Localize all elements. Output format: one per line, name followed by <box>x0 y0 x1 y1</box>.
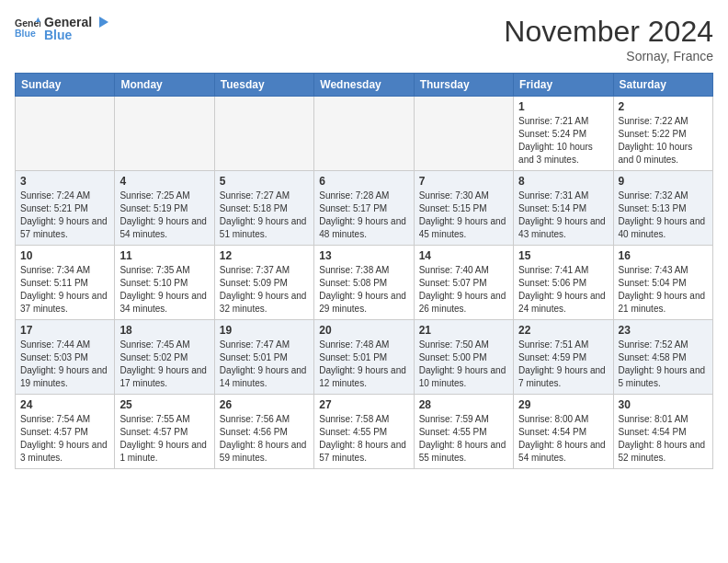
daylight-label: Daylight: 9 hours and 1 minute. <box>119 440 207 463</box>
day-number: 20 <box>319 324 408 337</box>
sunset-label: Sunset: 5:01 PM <box>319 352 387 362</box>
daylight-label: Daylight: 9 hours and 45 minutes. <box>419 216 506 239</box>
day-number: 29 <box>518 398 608 411</box>
day-info: Sunrise: 7:54 AMSunset: 4:57 PMDaylight:… <box>20 413 109 465</box>
calendar-week-row: 24Sunrise: 7:54 AMSunset: 4:57 PMDayligh… <box>16 395 713 469</box>
day-number: 19 <box>220 324 309 337</box>
weekday-header: Wednesday <box>314 74 414 97</box>
day-number: 3 <box>20 175 109 188</box>
day-info: Sunrise: 7:27 AMSunset: 5:18 PMDaylight:… <box>220 190 309 241</box>
daylight-label: Daylight: 9 hours and 24 minutes. <box>518 291 606 314</box>
calendar-table: SundayMondayTuesdayWednesdayThursdayFrid… <box>15 73 713 469</box>
day-info: Sunrise: 7:58 AMSunset: 4:55 PMDaylight:… <box>319 413 408 465</box>
sunset-label: Sunset: 4:57 PM <box>119 427 188 437</box>
page-header: General Blue General Blue November 2024 … <box>15 15 713 63</box>
sunset-label: Sunset: 4:56 PM <box>220 427 288 437</box>
calendar-day-cell: 4Sunrise: 7:25 AMSunset: 5:19 PMDaylight… <box>115 171 214 246</box>
day-info: Sunrise: 7:47 AMSunset: 5:01 PMDaylight:… <box>220 339 309 390</box>
day-info: Sunrise: 7:31 AMSunset: 5:14 PMDaylight:… <box>518 190 608 241</box>
daylight-label: Daylight: 9 hours and 43 minutes. <box>518 216 606 239</box>
daylight-label: Daylight: 8 hours and 54 minutes. <box>518 440 606 463</box>
weekday-header: Monday <box>115 74 214 97</box>
day-info: Sunrise: 7:34 AMSunset: 5:11 PMDaylight:… <box>20 264 109 316</box>
day-number: 7 <box>419 175 508 188</box>
day-info: Sunrise: 8:00 AMSunset: 4:54 PMDaylight:… <box>518 413 608 465</box>
day-info: Sunrise: 7:40 AMSunset: 5:07 PMDaylight:… <box>419 264 508 316</box>
day-info: Sunrise: 7:55 AMSunset: 4:57 PMDaylight:… <box>119 413 209 465</box>
logo: General Blue General Blue <box>15 15 108 42</box>
sunrise-label: Sunrise: 7:59 AM <box>419 414 489 424</box>
sunset-label: Sunset: 5:07 PM <box>419 278 487 288</box>
logo-icon: General Blue <box>15 16 40 41</box>
daylight-label: Daylight: 9 hours and 5 minutes. <box>619 365 706 388</box>
daylight-label: Daylight: 9 hours and 21 minutes. <box>619 291 706 314</box>
day-number: 10 <box>20 249 109 262</box>
sunrise-label: Sunrise: 7:30 AM <box>419 190 489 201</box>
daylight-label: Daylight: 8 hours and 57 minutes. <box>319 440 406 463</box>
day-info: Sunrise: 7:43 AMSunset: 5:04 PMDaylight:… <box>619 264 708 316</box>
calendar-day-cell: 19Sunrise: 7:47 AMSunset: 5:01 PMDayligh… <box>214 320 313 395</box>
daylight-label: Daylight: 9 hours and 29 minutes. <box>319 291 406 314</box>
daylight-label: Daylight: 9 hours and 48 minutes. <box>319 216 406 239</box>
sunset-label: Sunset: 5:14 PM <box>518 203 586 213</box>
day-number: 26 <box>220 398 309 411</box>
day-number: 2 <box>619 100 708 113</box>
calendar-day-cell: 17Sunrise: 7:44 AMSunset: 5:03 PMDayligh… <box>16 320 115 395</box>
sunset-label: Sunset: 4:54 PM <box>619 427 687 437</box>
sunset-label: Sunset: 4:57 PM <box>20 427 88 437</box>
sunrise-label: Sunrise: 7:28 AM <box>319 190 389 201</box>
sunset-label: Sunset: 5:00 PM <box>419 352 487 362</box>
calendar-day-cell: 29Sunrise: 8:00 AMSunset: 4:54 PMDayligh… <box>514 395 613 469</box>
calendar-week-row: 3Sunrise: 7:24 AMSunset: 5:21 PMDaylight… <box>16 171 713 246</box>
daylight-label: Daylight: 8 hours and 59 minutes. <box>220 440 307 463</box>
sunrise-label: Sunrise: 7:43 AM <box>619 265 688 275</box>
daylight-label: Daylight: 9 hours and 32 minutes. <box>220 291 307 314</box>
daylight-label: Daylight: 10 hours and 3 minutes. <box>518 142 593 165</box>
day-info: Sunrise: 7:30 AMSunset: 5:15 PMDaylight:… <box>419 190 508 241</box>
day-info: Sunrise: 7:41 AMSunset: 5:06 PMDaylight:… <box>518 264 608 316</box>
sunrise-label: Sunrise: 7:34 AM <box>20 265 90 275</box>
day-number: 24 <box>20 398 109 411</box>
sunset-label: Sunset: 5:18 PM <box>220 203 288 213</box>
day-info: Sunrise: 7:32 AMSunset: 5:13 PMDaylight:… <box>619 190 708 241</box>
sunset-label: Sunset: 4:55 PM <box>319 427 387 437</box>
weekday-header: Thursday <box>414 74 513 97</box>
calendar-day-cell: 10Sunrise: 7:34 AMSunset: 5:11 PMDayligh… <box>16 246 115 320</box>
daylight-label: Daylight: 10 hours and 0 minutes. <box>619 142 693 165</box>
calendar-day-cell: 26Sunrise: 7:56 AMSunset: 4:56 PMDayligh… <box>214 395 313 469</box>
sunrise-label: Sunrise: 7:58 AM <box>319 414 389 424</box>
day-info: Sunrise: 7:25 AMSunset: 5:19 PMDaylight:… <box>119 190 209 241</box>
title-block: November 2024 Sornay, France <box>504 15 713 63</box>
daylight-label: Daylight: 9 hours and 19 minutes. <box>20 365 108 388</box>
day-number: 12 <box>220 249 309 262</box>
daylight-label: Daylight: 9 hours and 14 minutes. <box>220 365 307 388</box>
sunset-label: Sunset: 5:13 PM <box>619 203 687 213</box>
sunset-label: Sunset: 5:11 PM <box>20 278 88 288</box>
day-number: 23 <box>619 324 708 337</box>
calendar-day-cell: 30Sunrise: 8:01 AMSunset: 4:54 PMDayligh… <box>613 395 712 469</box>
sunrise-label: Sunrise: 7:44 AM <box>20 339 90 350</box>
calendar-day-cell <box>414 97 513 171</box>
day-number: 18 <box>119 324 209 337</box>
calendar-day-cell: 25Sunrise: 7:55 AMSunset: 4:57 PMDayligh… <box>115 395 214 469</box>
sunset-label: Sunset: 5:19 PM <box>119 203 188 213</box>
calendar-day-cell: 3Sunrise: 7:24 AMSunset: 5:21 PMDaylight… <box>16 171 115 246</box>
calendar-day-cell: 6Sunrise: 7:28 AMSunset: 5:17 PMDaylight… <box>314 171 414 246</box>
calendar-day-cell: 8Sunrise: 7:31 AMSunset: 5:14 PMDaylight… <box>514 171 613 246</box>
calendar-day-cell: 20Sunrise: 7:48 AMSunset: 5:01 PMDayligh… <box>314 320 414 395</box>
sunset-label: Sunset: 5:17 PM <box>319 203 387 213</box>
calendar-day-cell: 15Sunrise: 7:41 AMSunset: 5:06 PMDayligh… <box>514 246 613 320</box>
day-info: Sunrise: 7:24 AMSunset: 5:21 PMDaylight:… <box>20 190 109 241</box>
sunrise-label: Sunrise: 7:54 AM <box>20 414 90 424</box>
weekday-header: Saturday <box>613 74 712 97</box>
logo-blue: Blue <box>44 28 108 42</box>
sunrise-label: Sunrise: 7:47 AM <box>220 339 290 350</box>
day-info: Sunrise: 7:59 AMSunset: 4:55 PMDaylight:… <box>419 413 508 465</box>
calendar-day-cell: 7Sunrise: 7:30 AMSunset: 5:15 PMDaylight… <box>414 171 513 246</box>
sunrise-label: Sunrise: 7:45 AM <box>119 339 189 350</box>
day-number: 30 <box>619 398 708 411</box>
day-number: 22 <box>518 324 608 337</box>
calendar-week-row: 17Sunrise: 7:44 AMSunset: 5:03 PMDayligh… <box>16 320 713 395</box>
svg-text:Blue: Blue <box>15 28 36 39</box>
calendar-day-cell: 13Sunrise: 7:38 AMSunset: 5:08 PMDayligh… <box>314 246 414 320</box>
